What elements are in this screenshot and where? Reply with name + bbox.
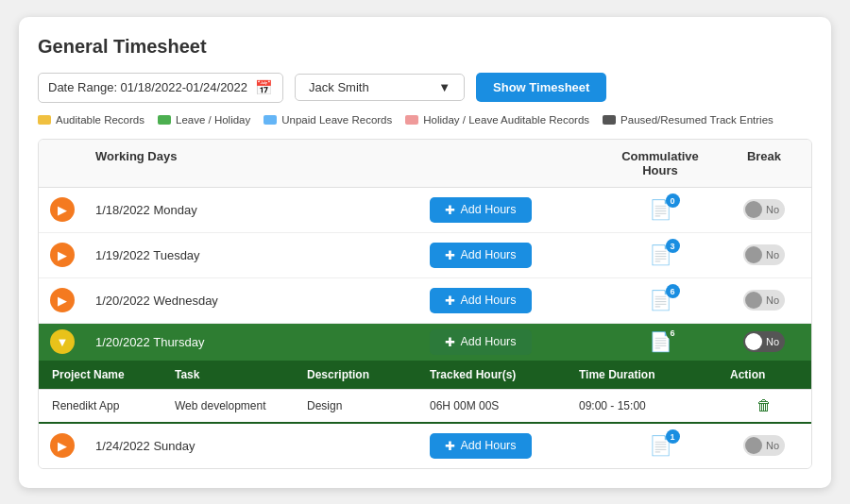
dropdown-arrow-icon: ▼ [438,80,450,94]
toggle-label: No [766,249,779,260]
toggle-label: No [766,440,779,451]
th-break: Break [717,140,811,187]
add-hours-label: Add Hours [460,248,516,261]
expand-cell: ▶ [39,233,86,277]
add-hours-label: Add Hours [460,335,516,348]
add-hours-label: Add Hours [460,439,516,452]
expanded-main-row: ▼ 1/20/2022 Thursday ✚ Add Hours 📄 6 [39,324,811,361]
add-hours-label: Add Hours [460,203,516,216]
expand-button[interactable]: ▶ [50,197,75,222]
add-hours-cell: ✚ Add Hours [358,233,604,277]
employee-name: Jack Smith [309,80,369,94]
break-cell: No [717,331,811,352]
break-toggle[interactable]: No [743,290,785,311]
expanded-row-section: ▼ 1/20/2022 Thursday ✚ Add Hours 📄 6 [39,324,811,424]
expand-button[interactable]: ▶ [50,288,75,312]
day-label-cell: 1/19/2022 Tuesday [86,239,358,272]
add-hours-button[interactable]: ✚ Add Hours [430,288,531,313]
toggle-label: No [766,336,779,347]
toggle-label: No [766,294,779,306]
time-duration-cell: 09:00 - 15:00 [575,399,726,412]
break-toggle[interactable]: No [743,244,785,265]
show-timesheet-button[interactable]: Show Timesheet [476,73,606,102]
add-hours-button[interactable]: ✚ Add Hours [430,329,531,355]
employee-select[interactable]: Jack Smith ▼ [295,74,465,101]
add-hours-button[interactable]: ✚ Add Hours [430,433,531,459]
day-label-cell: 1/24/2022 Sunday [86,429,358,462]
hours-badge: 0 [666,193,680,208]
break-toggle[interactable]: No [743,331,785,352]
add-hours-cell: ✚ Add Hours [358,188,604,232]
task-cell: Web development [171,399,303,412]
add-hours-cell: ✚ Add Hours [358,329,604,355]
timesheet-table: Working Days Commulative Hours Break ▶ 1… [38,139,812,469]
plus-icon: ✚ [445,248,455,262]
table-row: ▶ 1/18/2022 Monday ✚ Add Hours 📄 0 [39,188,811,233]
date-range-label: Date Range: 01/18/2022-01/24/2022 [48,80,247,94]
expand-button[interactable]: ▶ [50,243,75,267]
add-hours-cell: ✚ Add Hours [358,278,604,323]
legend-auditable-dot [38,115,51,125]
th-empty [358,140,604,187]
doc-icon: 📄 1 [649,434,672,457]
sub-th-description: Description [303,368,426,381]
day-label-cell: 1/20/2022 Wednesday [86,284,358,317]
badge-cell: 📄 6 [604,279,717,321]
day-label-cell: 1/18/2022 Monday [86,193,358,227]
expand-button[interactable]: ▶ [50,433,75,458]
badge-cell: 📄 1 [604,425,717,466]
break-toggle[interactable]: No [743,435,785,456]
delete-button[interactable]: 🗑 [726,397,802,414]
legend-unpaid-dot [264,115,277,125]
legend-leave-holiday: Leave / Holiday [158,114,250,126]
sub-table-header: Project Name Task Description Tracked Ho… [39,361,811,389]
plus-icon: ✚ [445,335,455,349]
plus-icon: ✚ [445,439,455,453]
th-commulative-hours: Commulative Hours [604,140,717,187]
sub-th-project: Project Name [48,368,171,381]
add-hours-button[interactable]: ✚ Add Hours [430,197,531,223]
hours-badge: 3 [666,239,680,253]
legend-auditable: Auditable Records [38,114,144,126]
table-row: ▶ 1/20/2022 Wednesday ✚ Add Hours 📄 6 [39,278,811,324]
doc-icon: 📄 0 [649,198,672,221]
expand-cell: ▶ [39,188,86,231]
add-hours-button[interactable]: ✚ Add Hours [430,243,531,268]
th-working-days: Working Days [86,140,358,187]
legend: Auditable Records Leave / Holiday Unpaid… [38,114,812,126]
table-header: Working Days Commulative Hours Break [39,140,811,188]
th-expand [39,140,86,187]
expand-cell: ▶ [39,424,86,467]
day-label: 1/24/2022 Sunday [95,439,196,453]
sub-th-tracked: Tracked Hour(s) [426,368,575,381]
day-label: 1/18/2022 Monday [95,203,197,217]
expand-button[interactable]: ▼ [50,329,75,354]
break-cell: No [717,235,811,275]
add-hours-label: Add Hours [460,294,516,307]
plus-icon: ✚ [445,294,455,308]
sub-th-task: Task [171,368,303,381]
sub-th-action: Action [726,368,802,381]
break-toggle[interactable]: No [743,199,785,220]
badge-cell: 📄 3 [604,234,717,276]
legend-unpaid-label: Unpaid Leave Records [281,114,392,126]
expand-cell: ▶ [39,278,86,322]
legend-unpaid-leave: Unpaid Leave Records [264,114,392,126]
hours-badge: 6 [666,284,680,298]
add-hours-cell: ✚ Add Hours [358,424,604,468]
break-cell: No [717,426,811,465]
doc-icon: 📄 6 [649,330,672,353]
toggle-knob [745,246,762,263]
table-row: ▶ 1/19/2022 Tuesday ✚ Add Hours 📄 3 [39,233,811,278]
badge-cell: 📄 0 [604,189,717,230]
doc-icon: 📄 6 [649,289,672,311]
break-cell: No [717,190,811,229]
badge-cell: 📄 6 [604,330,717,353]
date-range-input[interactable]: Date Range: 01/18/2022-01/24/2022 📅 [38,73,283,103]
toolbar: Date Range: 01/18/2022-01/24/2022 📅 Jack… [38,73,812,103]
page-title: General Timesheet [38,36,812,58]
table-row: ▶ 1/24/2022 Sunday ✚ Add Hours 📄 1 [39,424,811,468]
legend-auditable-label: Auditable Records [56,114,144,126]
legend-leave-label: Leave / Holiday [176,114,250,126]
hours-badge: 1 [666,429,680,444]
